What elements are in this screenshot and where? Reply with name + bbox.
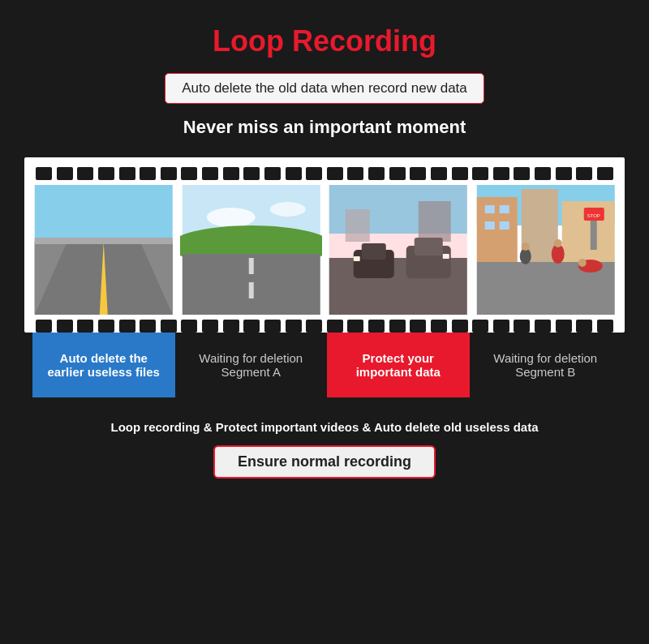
film-hole: [306, 167, 322, 180]
film-hole: [119, 320, 135, 333]
film-hole: [202, 167, 218, 180]
svg-point-8: [269, 202, 305, 217]
film-hole: [431, 320, 447, 333]
bottom-description: Loop recording & Protect important video…: [110, 420, 538, 434]
svg-rect-31: [484, 221, 494, 230]
film-hole: [368, 320, 385, 333]
film-hole: [514, 167, 530, 180]
film-hole: [493, 167, 509, 180]
film-hole: [57, 320, 73, 333]
film-hole: [264, 320, 281, 333]
film-hole: [452, 167, 468, 180]
film-hole: [243, 167, 260, 180]
film-hole: [514, 320, 530, 333]
film-hole: [472, 320, 488, 333]
label-segment-b: Waiting for deletion Segment B: [475, 333, 617, 397]
svg-rect-29: [484, 205, 494, 213]
ensure-box: Ensure normal recording: [213, 445, 436, 479]
label-protect: Protect your important data: [327, 333, 470, 397]
film-hole: [98, 167, 114, 180]
film-holes-top: [32, 167, 617, 180]
film-hole: [493, 320, 509, 333]
film-hole: [36, 167, 52, 180]
main-title: Loop Recording: [213, 24, 436, 58]
photo-road: [32, 185, 175, 315]
svg-rect-0: [35, 185, 173, 242]
label-segment-a: Waiting for deletion Segment A: [180, 333, 323, 397]
svg-rect-5: [35, 238, 173, 244]
never-miss-text: Never miss an important moment: [183, 117, 466, 138]
subtitle-box: Auto delete the old data when record new…: [165, 73, 484, 104]
film-hole: [576, 320, 592, 333]
film-hole: [77, 320, 93, 333]
svg-rect-11: [248, 258, 253, 274]
film-hole: [535, 167, 551, 180]
film-hole: [286, 167, 302, 180]
film-hole: [347, 320, 363, 333]
film-hole: [389, 320, 406, 333]
photo-highway: [180, 185, 323, 315]
film-hole: [410, 167, 426, 180]
film-hole: [264, 167, 281, 180]
svg-rect-26: [476, 197, 517, 262]
film-hole: [119, 167, 135, 180]
film-hole: [181, 320, 197, 333]
film-hole: [161, 320, 177, 333]
film-hole: [327, 167, 343, 180]
subtitle-text: Auto delete the old data when record new…: [182, 80, 467, 96]
film-hole: [36, 320, 52, 333]
svg-text:STOP: STOP: [587, 213, 600, 218]
svg-point-37: [553, 239, 561, 247]
svg-point-35: [521, 243, 529, 251]
film-hole: [161, 167, 177, 180]
svg-rect-24: [329, 185, 467, 315]
film-hole: [98, 320, 114, 333]
labels-row: Auto delete the earlier useless files Wa…: [24, 333, 625, 397]
film-hole: [223, 320, 239, 333]
film-hole: [306, 320, 322, 333]
photos-row: STOP: [32, 185, 617, 315]
svg-point-39: [578, 259, 586, 267]
film-hole: [57, 167, 73, 180]
film-holes-bottom: [32, 320, 617, 333]
film-strip: STOP: [24, 157, 625, 333]
label-auto-delete: Auto delete the earlier useless files: [32, 333, 175, 397]
film-hole: [181, 167, 197, 180]
film-hole: [286, 320, 302, 333]
svg-rect-32: [499, 221, 509, 230]
film-hole: [389, 167, 406, 180]
film-hole: [202, 320, 218, 333]
film-hole: [576, 167, 592, 180]
film-hole: [452, 320, 468, 333]
film-hole: [472, 167, 488, 180]
film-hole: [347, 167, 363, 180]
svg-rect-12: [248, 282, 253, 298]
film-hole: [327, 320, 343, 333]
film-hole: [597, 320, 613, 333]
svg-point-7: [206, 208, 255, 227]
photo-street: STOP: [475, 185, 617, 315]
film-hole: [556, 320, 572, 333]
film-hole: [556, 167, 572, 180]
film-hole: [140, 320, 156, 333]
photo-cars: [327, 185, 470, 315]
film-hole: [223, 167, 239, 180]
film-hole: [410, 320, 426, 333]
film-hole: [535, 320, 551, 333]
film-hole: [431, 167, 447, 180]
film-hole: [77, 167, 93, 180]
svg-rect-30: [499, 205, 509, 213]
film-hole: [368, 167, 385, 180]
ensure-text: Ensure normal recording: [238, 453, 411, 470]
film-hole: [140, 167, 156, 180]
film-hole: [597, 167, 613, 180]
film-hole: [243, 320, 260, 333]
